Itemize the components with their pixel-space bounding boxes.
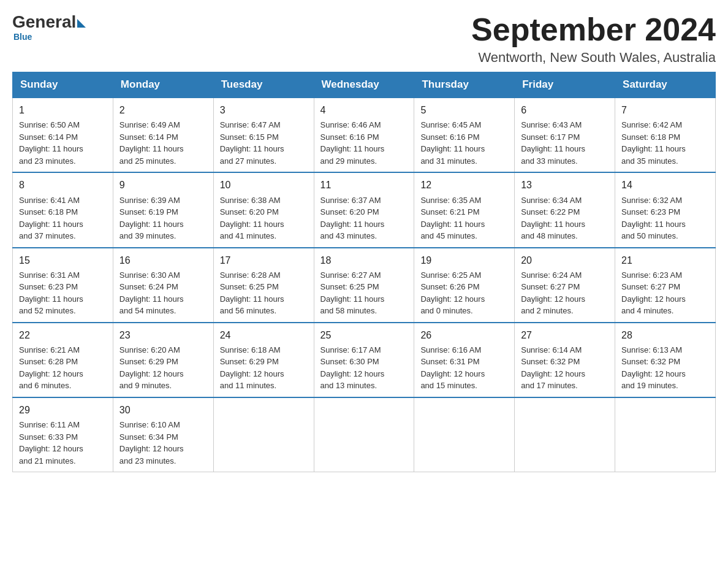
calendar-cell: 11Sunrise: 6:37 AMSunset: 6:20 PMDayligh…: [314, 172, 414, 247]
calendar-cell: 7Sunrise: 6:42 AMSunset: 6:18 PMDaylight…: [615, 98, 716, 172]
calendar-cell: 1Sunrise: 6:50 AMSunset: 6:14 PMDaylight…: [13, 98, 113, 172]
calendar-header-monday: Monday: [113, 72, 213, 98]
calendar-cell: 2Sunrise: 6:49 AMSunset: 6:14 PMDaylight…: [113, 98, 213, 172]
day-number: 4: [320, 103, 408, 117]
calendar-header-tuesday: Tuesday: [213, 72, 314, 98]
calendar-header-friday: Friday: [515, 72, 615, 98]
day-number: 1: [19, 103, 107, 117]
location-title: Wentworth, New South Wales, Australia: [471, 50, 716, 66]
day-number: 8: [19, 178, 107, 192]
day-number: 28: [621, 328, 709, 342]
day-info: Sunrise: 6:35 AMSunset: 6:21 PMDaylight:…: [420, 194, 508, 242]
calendar-cell: [314, 397, 414, 472]
day-number: 15: [19, 253, 107, 267]
day-number: 2: [119, 103, 207, 117]
day-info: Sunrise: 6:17 AMSunset: 6:30 PMDaylight:…: [320, 344, 408, 392]
day-number: 11: [320, 178, 408, 192]
day-number: 9: [119, 178, 207, 192]
day-info: Sunrise: 6:28 AMSunset: 6:25 PMDaylight:…: [220, 269, 308, 317]
calendar-cell: 30Sunrise: 6:10 AMSunset: 6:34 PMDayligh…: [113, 397, 213, 472]
calendar-cell: 8Sunrise: 6:41 AMSunset: 6:18 PMDaylight…: [13, 172, 113, 247]
day-number: 16: [119, 253, 207, 267]
day-info: Sunrise: 6:43 AMSunset: 6:17 PMDaylight:…: [521, 119, 609, 167]
day-info: Sunrise: 6:46 AMSunset: 6:16 PMDaylight:…: [320, 119, 408, 167]
calendar-cell: 15Sunrise: 6:31 AMSunset: 6:23 PMDayligh…: [13, 248, 113, 323]
day-number: 30: [119, 403, 207, 417]
day-info: Sunrise: 6:13 AMSunset: 6:32 PMDaylight:…: [621, 344, 709, 392]
day-number: 12: [420, 178, 508, 192]
title-section: September 2024 Wentworth, New South Wale…: [471, 12, 716, 66]
calendar-cell: 25Sunrise: 6:17 AMSunset: 6:30 PMDayligh…: [314, 323, 414, 397]
day-number: 20: [521, 253, 609, 267]
calendar-cell: 3Sunrise: 6:47 AMSunset: 6:15 PMDaylight…: [213, 98, 314, 172]
day-number: 17: [220, 253, 308, 267]
day-number: 10: [220, 178, 308, 192]
calendar-cell: 20Sunrise: 6:24 AMSunset: 6:27 PMDayligh…: [515, 248, 615, 323]
logo-blue-text: Blue: [13, 32, 32, 42]
week-row-1: 1Sunrise: 6:50 AMSunset: 6:14 PMDaylight…: [13, 98, 716, 172]
day-number: 18: [320, 253, 408, 267]
week-row-2: 8Sunrise: 6:41 AMSunset: 6:18 PMDaylight…: [13, 172, 716, 247]
day-info: Sunrise: 6:39 AMSunset: 6:19 PMDaylight:…: [119, 194, 207, 242]
day-number: 13: [521, 178, 609, 192]
day-info: Sunrise: 6:11 AMSunset: 6:33 PMDaylight:…: [19, 419, 107, 467]
calendar-cell: 24Sunrise: 6:18 AMSunset: 6:29 PMDayligh…: [213, 323, 314, 397]
day-number: 21: [621, 253, 709, 267]
day-info: Sunrise: 6:47 AMSunset: 6:15 PMDaylight:…: [220, 119, 308, 167]
week-row-3: 15Sunrise: 6:31 AMSunset: 6:23 PMDayligh…: [13, 248, 716, 323]
calendar-cell: 22Sunrise: 6:21 AMSunset: 6:28 PMDayligh…: [13, 323, 113, 397]
day-info: Sunrise: 6:38 AMSunset: 6:20 PMDaylight:…: [220, 194, 308, 242]
day-info: Sunrise: 6:49 AMSunset: 6:14 PMDaylight:…: [119, 119, 207, 167]
day-info: Sunrise: 6:50 AMSunset: 6:14 PMDaylight:…: [19, 119, 107, 167]
calendar-cell: [615, 397, 716, 472]
calendar-cell: 14Sunrise: 6:32 AMSunset: 6:23 PMDayligh…: [615, 172, 716, 247]
day-info: Sunrise: 6:10 AMSunset: 6:34 PMDaylight:…: [119, 419, 207, 467]
calendar-header-saturday: Saturday: [615, 72, 716, 98]
week-row-4: 22Sunrise: 6:21 AMSunset: 6:28 PMDayligh…: [13, 323, 716, 397]
day-number: 26: [420, 328, 508, 342]
day-info: Sunrise: 6:31 AMSunset: 6:23 PMDaylight:…: [19, 269, 107, 317]
day-number: 5: [420, 103, 508, 117]
day-number: 29: [19, 403, 107, 417]
day-number: 27: [521, 328, 609, 342]
calendar-cell: 12Sunrise: 6:35 AMSunset: 6:21 PMDayligh…: [414, 172, 515, 247]
calendar-header-sunday: Sunday: [13, 72, 113, 98]
calendar-cell: 5Sunrise: 6:45 AMSunset: 6:16 PMDaylight…: [414, 98, 515, 172]
calendar-cell: 13Sunrise: 6:34 AMSunset: 6:22 PMDayligh…: [515, 172, 615, 247]
day-number: 23: [119, 328, 207, 342]
calendar-cell: 23Sunrise: 6:20 AMSunset: 6:29 PMDayligh…: [113, 323, 213, 397]
week-row-5: 29Sunrise: 6:11 AMSunset: 6:33 PMDayligh…: [13, 397, 716, 472]
calendar-cell: 16Sunrise: 6:30 AMSunset: 6:24 PMDayligh…: [113, 248, 213, 323]
day-info: Sunrise: 6:14 AMSunset: 6:32 PMDaylight:…: [521, 344, 609, 392]
calendar-table: SundayMondayTuesdayWednesdayThursdayFrid…: [12, 72, 716, 472]
logo-arrow-icon: [77, 19, 86, 28]
calendar-cell: 19Sunrise: 6:25 AMSunset: 6:26 PMDayligh…: [414, 248, 515, 323]
logo: General Blue: [12, 12, 86, 42]
day-info: Sunrise: 6:27 AMSunset: 6:25 PMDaylight:…: [320, 269, 408, 317]
day-info: Sunrise: 6:20 AMSunset: 6:29 PMDaylight:…: [119, 344, 207, 392]
day-info: Sunrise: 6:32 AMSunset: 6:23 PMDaylight:…: [621, 194, 709, 242]
calendar-cell: 27Sunrise: 6:14 AMSunset: 6:32 PMDayligh…: [515, 323, 615, 397]
calendar-cell: 4Sunrise: 6:46 AMSunset: 6:16 PMDaylight…: [314, 98, 414, 172]
day-number: 25: [320, 328, 408, 342]
page-header: General Blue September 2024 Wentworth, N…: [12, 12, 716, 66]
day-number: 14: [621, 178, 709, 192]
day-number: 7: [621, 103, 709, 117]
calendar-cell: 9Sunrise: 6:39 AMSunset: 6:19 PMDaylight…: [113, 172, 213, 247]
calendar-cell: [213, 397, 314, 472]
day-number: 19: [420, 253, 508, 267]
day-info: Sunrise: 6:16 AMSunset: 6:31 PMDaylight:…: [420, 344, 508, 392]
day-info: Sunrise: 6:41 AMSunset: 6:18 PMDaylight:…: [19, 194, 107, 242]
calendar-header-thursday: Thursday: [414, 72, 515, 98]
day-info: Sunrise: 6:18 AMSunset: 6:29 PMDaylight:…: [220, 344, 308, 392]
calendar-cell: [515, 397, 615, 472]
logo-general-text: General: [12, 12, 76, 32]
day-number: 22: [19, 328, 107, 342]
calendar-cell: 17Sunrise: 6:28 AMSunset: 6:25 PMDayligh…: [213, 248, 314, 323]
day-number: 3: [220, 103, 308, 117]
calendar-cell: 18Sunrise: 6:27 AMSunset: 6:25 PMDayligh…: [314, 248, 414, 323]
day-info: Sunrise: 6:23 AMSunset: 6:27 PMDaylight:…: [621, 269, 709, 317]
day-number: 24: [220, 328, 308, 342]
calendar-cell: 26Sunrise: 6:16 AMSunset: 6:31 PMDayligh…: [414, 323, 515, 397]
calendar-cell: 21Sunrise: 6:23 AMSunset: 6:27 PMDayligh…: [615, 248, 716, 323]
